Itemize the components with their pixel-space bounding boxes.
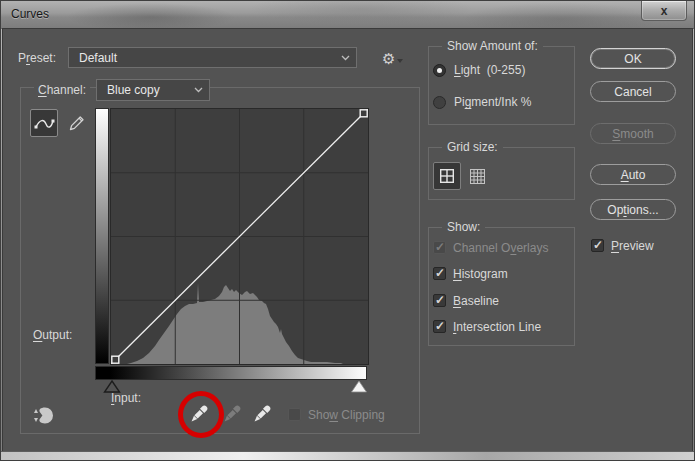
label-part: H bbox=[453, 267, 462, 281]
gray-eyedropper-icon bbox=[221, 402, 243, 426]
show-title: Show: bbox=[442, 220, 485, 234]
auto-button[interactable]: Auto bbox=[590, 164, 676, 185]
histogram-shape bbox=[127, 283, 343, 364]
pigment-radio-row[interactable]: Pigment/Ink % bbox=[433, 95, 531, 109]
chevron-down-icon bbox=[194, 87, 203, 93]
annotation-circle bbox=[178, 391, 224, 438]
channel-value: Blue copy bbox=[107, 83, 160, 97]
input-gradient-bar bbox=[95, 366, 367, 380]
preview-row[interactable]: Preview bbox=[591, 239, 654, 254]
options-button[interactable]: Options... bbox=[590, 199, 676, 220]
baseline-row[interactable]: Baseline bbox=[433, 294, 499, 309]
title-bar[interactable]: Curves bbox=[1, 1, 694, 29]
label-part: istogram bbox=[462, 267, 508, 281]
label-part: review bbox=[619, 239, 654, 253]
label-part: P bbox=[611, 239, 619, 253]
ok-label: OK bbox=[624, 52, 641, 66]
white-eyedropper-icon bbox=[251, 402, 273, 426]
label-part: B bbox=[453, 294, 461, 308]
intersection-line-label: Intersection Line bbox=[453, 320, 541, 334]
label-part: P bbox=[18, 51, 26, 65]
gear-icon: ⚙ bbox=[382, 51, 395, 66]
label-part: Sho bbox=[308, 408, 329, 422]
input-label: Input: bbox=[111, 391, 141, 405]
label-part: ight (0-255) bbox=[461, 63, 526, 77]
show-amount-title: Show Amount of: bbox=[442, 39, 543, 53]
label-part: Op bbox=[607, 203, 623, 217]
baseline-checkbox[interactable] bbox=[433, 294, 446, 307]
label-part: aseline bbox=[461, 294, 499, 308]
label-part: Clipping bbox=[338, 408, 385, 422]
smooth-button: Smooth bbox=[590, 123, 676, 144]
label-part: eset: bbox=[30, 51, 56, 65]
output-gradient-bar bbox=[95, 108, 109, 364]
light-radio[interactable] bbox=[433, 64, 446, 77]
window-bottom-frame bbox=[1, 451, 694, 460]
label-part: C bbox=[38, 83, 47, 97]
show-clipping-checkbox bbox=[288, 408, 301, 421]
curve-tool-icon bbox=[33, 116, 55, 130]
targeted-adjustment-button[interactable] bbox=[29, 405, 55, 427]
intersection-line-row[interactable]: Intersection Line bbox=[433, 320, 541, 335]
preset-dropdown[interactable]: Default bbox=[68, 47, 357, 68]
channel-label-wrap: Channel: bbox=[34, 79, 90, 101]
label-part: nput: bbox=[114, 391, 141, 405]
baseline-label: Baseline bbox=[453, 294, 499, 308]
cancel-label: Cancel bbox=[614, 85, 651, 99]
histogram-checkbox[interactable] bbox=[433, 267, 446, 280]
channel-dropdown[interactable]: Blue copy bbox=[96, 79, 210, 101]
label-part: Channel O bbox=[453, 241, 510, 255]
curve-point-highlight[interactable] bbox=[360, 110, 367, 117]
channel-overlays-row: Channel Overlays bbox=[433, 241, 548, 256]
label-part: L bbox=[454, 63, 461, 77]
output-label: Output: bbox=[33, 328, 72, 342]
label-part: ment/Ink % bbox=[471, 95, 531, 109]
curves-dialog: Curves x Preset: Default ⚙ Channel: Blue… bbox=[0, 0, 695, 461]
label-part: w bbox=[329, 408, 338, 422]
ok-button[interactable]: OK bbox=[590, 48, 676, 69]
grid-fine-button[interactable] bbox=[466, 165, 488, 187]
histogram-row[interactable]: Histogram bbox=[433, 267, 508, 282]
menu-arrow-icon bbox=[397, 59, 403, 63]
curve-point-shadow[interactable] bbox=[112, 356, 119, 363]
highlight-input-slider[interactable] bbox=[350, 380, 368, 393]
grid-large-icon bbox=[440, 169, 454, 183]
grid-large-button[interactable] bbox=[433, 162, 461, 190]
show-clipping-row: Show Clipping bbox=[288, 408, 385, 423]
white-point-eyedropper-button[interactable] bbox=[251, 402, 273, 426]
preview-label: Preview bbox=[611, 239, 654, 253]
curve-grid[interactable] bbox=[110, 108, 369, 365]
window-title: Curves bbox=[11, 7, 49, 21]
pencil-icon bbox=[67, 113, 87, 133]
grid-size-title: Grid size: bbox=[442, 140, 503, 154]
light-radio-row[interactable]: Light (0-255) bbox=[433, 63, 525, 77]
cancel-button[interactable]: Cancel bbox=[590, 81, 676, 102]
histogram-label: Histogram bbox=[453, 267, 508, 281]
preset-options-button[interactable]: ⚙ bbox=[382, 47, 408, 69]
intersection-line-checkbox[interactable] bbox=[433, 320, 446, 333]
label-part: utput: bbox=[42, 328, 72, 342]
edit-points-tool-button[interactable] bbox=[30, 109, 58, 137]
chevron-down-icon bbox=[341, 55, 350, 61]
preview-checkbox[interactable] bbox=[591, 239, 604, 252]
label-part: ntersection Line bbox=[456, 320, 541, 334]
label-part: A bbox=[621, 168, 629, 182]
pigment-radio[interactable] bbox=[433, 96, 446, 109]
pigment-label: Pigment/Ink % bbox=[454, 95, 531, 109]
pencil-tool-button[interactable] bbox=[63, 109, 91, 137]
label-part: mooth bbox=[620, 127, 653, 141]
auto-label: Auto bbox=[621, 168, 646, 182]
label-part: uto bbox=[629, 168, 646, 182]
channel-overlays-label: Channel Overlays bbox=[453, 241, 548, 255]
preset-value: Default bbox=[79, 51, 117, 65]
gray-point-eyedropper-button bbox=[221, 402, 243, 426]
label-part: erlays bbox=[516, 241, 548, 255]
options-label: Options... bbox=[607, 203, 658, 217]
close-button[interactable]: x bbox=[641, 1, 687, 21]
light-label: Light (0-255) bbox=[454, 63, 525, 77]
channel-label: Channel: bbox=[38, 83, 86, 97]
channel-overlays-checkbox bbox=[433, 241, 446, 254]
smooth-label: Smooth bbox=[612, 127, 653, 141]
label-part: hannel: bbox=[47, 83, 86, 97]
grid-fine-icon bbox=[470, 169, 485, 184]
